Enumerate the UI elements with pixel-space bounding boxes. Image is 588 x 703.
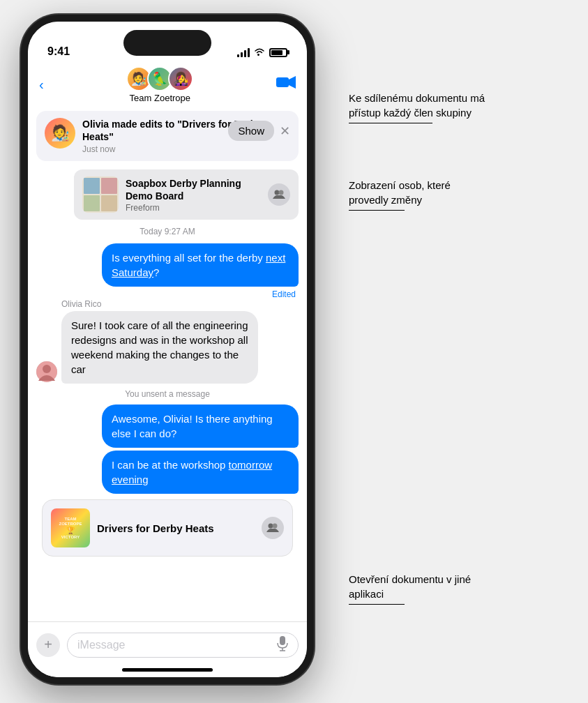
battery-icon <box>269 48 287 57</box>
edited-label: Edited <box>36 289 296 299</box>
video-call-button[interactable] <box>276 75 296 93</box>
svg-point-7 <box>273 524 278 529</box>
wifi-icon <box>254 47 265 58</box>
mic-icon[interactable] <box>277 636 288 654</box>
annotation-2-text: Zobrazení osob, které provedly změny <box>349 178 488 207</box>
message-bubble-sent-2: Awesome, Olivia! Is there anything else … <box>102 405 299 448</box>
annotation-2: Zobrazení osob, které provedly změny <box>349 178 488 211</box>
home-indicator <box>122 668 213 672</box>
signal-bars-icon <box>237 47 250 57</box>
show-button[interactable]: Show <box>228 121 274 141</box>
doc-card[interactable]: Soapbox Derby Planning Demo Board Freefo… <box>74 169 299 220</box>
svg-point-2 <box>275 190 280 195</box>
group-avatars: 🧑‍🎨 🦜 👩‍🎤 <box>126 66 193 91</box>
input-placeholder: iMessage <box>77 639 125 651</box>
message-bubble-sent-3: I can be at the workshop tomorrow evenin… <box>102 451 299 494</box>
phone-frame: 9:41 <box>21 15 314 684</box>
shared-doc-title: Drivers for Derby Heats <box>97 522 255 534</box>
message-row-received-1: Sure! I took care of all the engineering… <box>36 311 299 384</box>
annotation-3: Otevření dokumentu v jiné aplikaci <box>349 572 488 605</box>
phone-inner: 9:41 <box>28 22 307 677</box>
group-info: 🧑‍🎨 🦜 👩‍🎤 Team Zoetrope <box>44 66 276 103</box>
message-bubble-sent-1: Is everything all set for the derby next… <box>102 243 299 287</box>
shared-doc-group-icon[interactable] <box>262 517 284 539</box>
unsent-notice: You unsent a message <box>36 389 299 399</box>
notif-avatar: 🧑‍🎨 <box>45 118 75 149</box>
message-row-sent-3: I can be at the workshop tomorrow evenin… <box>36 451 299 494</box>
doc-info: Soapbox Derby Planning Demo Board Freefo… <box>126 177 261 212</box>
message-row-sent-2: Awesome, Olivia! Is there anything else … <box>36 405 299 448</box>
nav-header: ‹ 🧑‍🎨 🦜 👩‍🎤 Team Zoetrope <box>28 63 307 105</box>
svg-rect-8 <box>280 636 285 645</box>
svg-point-3 <box>279 190 284 195</box>
notif-actions: Show ✕ <box>228 121 290 141</box>
message-input[interactable]: iMessage <box>67 633 299 658</box>
status-time: 9:41 <box>47 45 70 58</box>
timestamp-1: Today 9:27 AM <box>36 227 299 236</box>
annotation-1-text: Ke sdílenému dokumentu má přístup každý … <box>349 91 488 120</box>
annotation-1: Ke sdílenému dokumentu má přístup každý … <box>349 91 488 123</box>
shared-doc-card[interactable]: TEAM ZOETROPE 🏆 VICTORY Drivers for Derb… <box>42 499 293 557</box>
group-name[interactable]: Team Zoetrope <box>130 93 190 103</box>
doc-title: Soapbox Derby Planning Demo Board <box>126 177 261 202</box>
svg-rect-0 <box>276 77 289 87</box>
message-row-sent-1: Is everything all set for the derby next… <box>36 243 299 287</box>
svg-marker-1 <box>289 76 296 89</box>
notif-time: Just now <box>82 144 290 154</box>
svg-point-5 <box>43 365 51 373</box>
sender-name: Olivia Rico <box>61 299 299 309</box>
back-button[interactable]: ‹ <box>39 77 44 93</box>
messages-area[interactable]: 🧑‍🎨 Olivia made edits to "Drivers for De… <box>28 105 307 621</box>
svg-point-6 <box>269 524 273 529</box>
plus-button[interactable]: + <box>36 633 60 657</box>
dynamic-island <box>123 30 211 56</box>
doc-thumbnail <box>82 176 119 213</box>
annotations: Ke sdílenému dokumentu má přístup každý … <box>349 0 586 703</box>
status-icons <box>237 47 287 58</box>
msg-avatar-olivia <box>36 361 57 382</box>
close-button[interactable]: ✕ <box>280 123 290 139</box>
doc-subtitle: Freeform <box>126 203 261 213</box>
shared-doc-thumbnail: TEAM ZOETROPE 🏆 VICTORY <box>51 508 90 547</box>
phone-wrapper: 9:41 <box>21 15 356 698</box>
shared-doc-info: Drivers for Derby Heats <box>97 522 255 534</box>
doc-group-icon[interactable] <box>268 183 290 206</box>
avatar-3: 👩‍🎤 <box>168 66 193 91</box>
notification-banner: 🧑‍🎨 Olivia made edits to "Drivers for De… <box>36 111 299 161</box>
annotation-3-text: Otevření dokumentu v jiné aplikaci <box>349 572 488 601</box>
message-bubble-received-1: Sure! I took care of all the engineering… <box>61 311 258 384</box>
